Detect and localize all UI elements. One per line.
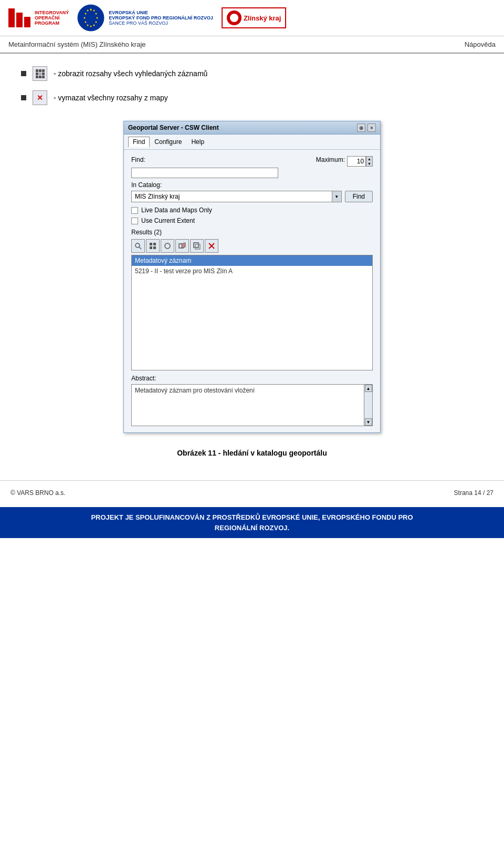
iop-label-1: INTEGROVANÝ [35,10,69,15]
find-row: Find: [131,156,316,163]
maximum-spinner[interactable]: ▲ ▼ [366,156,373,167]
site-title: Metainformační systém (MIS) Zlínského kr… [8,40,146,48]
logo-iop: INTEGROVANÝ OPERAČNÍ PROGRAM [8,8,69,27]
svg-point-20 [165,243,170,249]
show-extents-icon [33,66,47,81]
figure-caption: Obrázek 11 - hledání v katalogu geoportá… [21,449,483,457]
find-button[interactable]: Find [345,191,373,202]
maximum-label: Maximum: [316,156,345,163]
dialog-titlebar-buttons: ⊕ × [357,123,376,132]
find-label: Find: [131,156,163,163]
catalog-select-value[interactable]: MIS Zlínský kraj [131,191,332,202]
svg-point-2 [90,9,92,11]
svg-rect-17 [153,243,156,245]
svg-point-5 [97,17,98,19]
dialog-pin-button[interactable]: ⊕ [357,123,365,132]
maximum-input[interactable] [347,156,366,167]
logo-zlinsky-kraj: Zlínský kraj [222,7,287,28]
svg-marker-22 [182,243,185,248]
svg-rect-19 [153,246,156,249]
result-item-1[interactable]: 5219 - II - test verze pro MIS Zlín A [132,266,372,276]
spinner-down[interactable]: ▼ [366,161,372,166]
catalog-select-wrapper: MIS Zlínský kraj ▼ [131,191,342,202]
main-content: - zobrazit rozsahy všech vyhledaných záz… [0,54,504,480]
toolbar-btn-zoom[interactable] [190,239,204,253]
footer-row1: © VARS BRNO a.s. Strana 14 / 27 [10,489,494,497]
menu-find[interactable]: Find [128,137,150,147]
catalog-dropdown-arrow[interactable]: ▼ [332,191,342,202]
svg-point-9 [87,25,89,26]
dialog-close-button[interactable]: × [368,123,376,132]
eu-footer-line2: REGIONÁLNÍ ROZVOJ. [10,523,494,533]
abstract-label: Abstract: [131,375,373,382]
toolbar-btn-circle[interactable] [161,239,174,253]
result-item-0[interactable]: Metadatový záznam [132,255,372,266]
svg-rect-16 [150,243,152,245]
svg-line-15 [139,247,141,249]
toolbar-btn-grid[interactable] [146,239,160,253]
navbar: Metainformační systém (MIS) Zlínského kr… [0,36,504,54]
help-link[interactable]: Nápověda [465,40,496,48]
checkbox-live-data-label: Live Data and Maps Only [141,207,212,214]
svg-rect-18 [150,246,152,249]
bullet-item-2: ✕ - vymazat všechny rozsahy z mapy [21,90,483,105]
dialog-menubar: Find Configure Help [124,135,380,150]
results-list: Metadatový záznam 5219 - II - test verze… [131,255,373,370]
iop-label-2: OPERAČNÍ [35,15,69,20]
logo-zk-text: Zlínský kraj [244,14,281,22]
checkbox-live-data-box[interactable] [131,207,138,214]
abstract-box: Metadatový záznam pro otestování vložení… [131,384,373,426]
svg-point-13 [87,10,89,12]
toolbar-btn-add-map[interactable] [175,239,189,253]
clear-extents-icon: ✕ [33,90,47,105]
eu-flag-icon [77,4,104,32]
svg-point-8 [90,26,92,27]
eu-footer: PROJEKT JE SPOLUFINANCOVÁN Z PROSTŘEDKŮ … [0,507,504,538]
results-label: Results (2) [131,229,373,236]
toolbar-btn-search[interactable] [131,239,145,253]
eu-footer-line1: PROJEKT JE SPOLUFINANCOVÁN Z PROSTŘEDKŮ … [10,512,494,523]
checkbox-live-data: Live Data and Maps Only [131,207,373,214]
svg-point-6 [96,22,97,23]
spinner-up[interactable]: ▲ [366,157,372,161]
checkbox-current-extent-box[interactable] [131,218,138,224]
dialog-body: Find: Maximum: ▲ ▼ [124,150,380,432]
iop-label-3: PROGRAM [35,20,69,26]
results-toolbar [131,239,373,253]
checkbox-current-extent-label: Use Current Extent [141,217,195,224]
abstract-scrollbar: ▲ ▼ [364,385,372,426]
menu-configure[interactable]: Configure [150,137,186,147]
catalog-label: In Catalog: [131,181,373,189]
bullet-item-1: - zobrazit rozsahy všech vyhledaných záz… [21,66,483,81]
svg-point-3 [93,10,95,12]
bullet-text-2: - vymazat všechny rozsahy z mapy [54,94,168,102]
scroll-down-arrow[interactable]: ▼ [365,418,372,426]
menu-help[interactable]: Help [186,137,209,147]
svg-point-10 [85,22,87,23]
bullet-marker-2 [21,95,26,100]
copyright-text: © VARS BRNO a.s. [10,489,66,497]
svg-rect-23 [194,243,198,247]
svg-point-14 [135,243,140,247]
svg-point-4 [96,13,97,15]
svg-point-7 [93,25,95,26]
page-number: Strana 14 / 27 [454,489,494,497]
dialog-titlebar: Geoportal Server - CSW Client ⊕ × [124,121,380,135]
checkbox-current-extent: Use Current Extent [131,217,373,224]
svg-point-11 [84,17,86,19]
logos-container: INTEGROVANÝ OPERAČNÍ PROGRAM [8,4,286,32]
logo-eu: EVROPSKÁ UNIE EVROPSKÝ FOND PRO REGIONÁL… [77,4,213,32]
abstract-text: Metadatový záznam pro otestování vložení [132,385,364,426]
csw-client-dialog: Geoportal Server - CSW Client ⊕ × Find C… [123,121,381,433]
x-icon: ✕ [37,94,43,102]
toolbar-btn-clear[interactable] [205,239,218,253]
dialog-window: Geoportal Server - CSW Client ⊕ × Find C… [123,121,381,433]
scroll-up-arrow[interactable]: ▲ [365,385,372,392]
page-header: INTEGROVANÝ OPERAČNÍ PROGRAM [0,0,504,36]
bullet-text-1: - zobrazit rozsahy všech vyhledaných záz… [54,69,207,78]
find-input[interactable] [131,168,278,178]
footer: © VARS BRNO a.s. Strana 14 / 27 [0,480,504,507]
eu-text: EVROPSKÁ UNIE EVROPSKÝ FOND PRO REGIONÁL… [109,10,213,26]
svg-point-12 [85,13,87,15]
svg-rect-24 [195,244,200,249]
